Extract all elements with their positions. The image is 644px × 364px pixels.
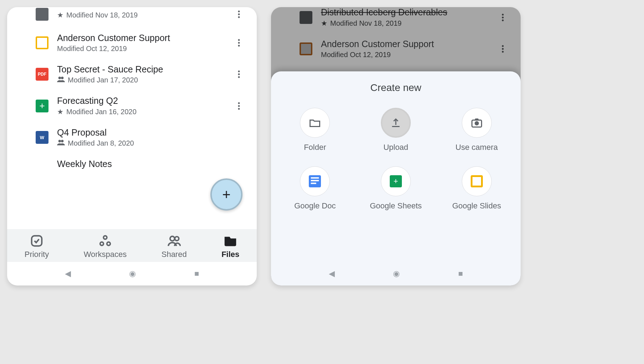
file-title: Q4 Proposal <box>57 127 246 138</box>
svg-point-9 <box>238 74 240 75</box>
svg-point-13 <box>238 108 240 110</box>
create-slides-button[interactable]: Google Slides <box>440 166 513 211</box>
svg-rect-30 <box>311 177 319 179</box>
phone-right: Distributed Iceberg Deliverables ★Modifi… <box>271 7 521 285</box>
sheets-icon: + <box>36 100 48 112</box>
system-nav: ◀ ◉ ■ <box>7 262 257 285</box>
svg-point-4 <box>238 42 240 44</box>
svg-point-21 <box>175 237 179 241</box>
svg-rect-32 <box>311 183 316 184</box>
recent-icon[interactable]: ■ <box>458 269 463 278</box>
file-row[interactable]: Anderson Customer Support Modified Oct 1… <box>7 27 257 59</box>
create-upload-button[interactable]: Upload <box>359 108 433 152</box>
more-options-button[interactable] <box>232 99 246 113</box>
file-meta: Modified Jan 17, 2020 <box>57 76 232 84</box>
svg-point-18 <box>100 242 104 246</box>
nav-priority[interactable]: Priority <box>25 234 49 259</box>
more-options-button[interactable] <box>232 7 246 21</box>
svg-rect-31 <box>311 180 319 181</box>
file-row[interactable]: Weekly Notes <box>7 153 257 169</box>
file-title: Top Secret - Sauce Recipe <box>57 64 232 75</box>
file-row[interactable]: + Forecasting Q2 ★Modified Jan 16, 2020 <box>7 90 257 122</box>
nav-files[interactable]: Files <box>221 234 239 259</box>
svg-point-15 <box>61 140 63 142</box>
system-nav: ◀ ◉ ■ <box>271 262 521 285</box>
recent-icon[interactable]: ■ <box>194 269 199 278</box>
shared-icon <box>57 139 65 147</box>
file-meta: Modified Oct 12, 2019 <box>57 45 232 53</box>
create-sheets-button[interactable]: + Google Sheets <box>359 166 433 211</box>
more-options-button[interactable] <box>232 36 246 50</box>
file-title: Weekly Notes <box>57 159 246 169</box>
star-icon: ★ <box>57 107 63 116</box>
file-title: Anderson Customer Support <box>57 33 232 43</box>
create-grid: Folder Upload Use camera Google Doc + Go… <box>278 108 513 211</box>
bottom-nav: Priority Workspaces Shared Files <box>7 229 257 262</box>
svg-point-11 <box>238 102 240 104</box>
create-new-sheet: Create new Folder Upload Use camera Goog… <box>271 71 521 285</box>
word-icon: W <box>36 131 48 144</box>
svg-point-7 <box>61 77 63 79</box>
svg-point-17 <box>103 236 107 239</box>
svg-point-14 <box>58 140 61 142</box>
pdf-icon: PDF <box>36 68 48 81</box>
nav-workspaces[interactable]: Workspaces <box>84 234 127 259</box>
create-camera-button[interactable]: Use camera <box>440 108 513 152</box>
file-row[interactable]: ★Modified Nov 18, 2019 <box>7 7 257 27</box>
svg-point-19 <box>107 242 111 246</box>
create-folder-button[interactable]: Folder <box>278 108 352 152</box>
file-meta: Modified Jan 8, 2020 <box>57 139 246 147</box>
svg-point-12 <box>238 105 240 107</box>
svg-point-8 <box>238 71 240 72</box>
svg-point-2 <box>238 16 240 18</box>
star-icon: ★ <box>57 11 63 19</box>
more-options-button[interactable] <box>232 67 246 81</box>
create-fab-button[interactable]: + <box>210 178 242 211</box>
phone-left: ★Modified Nov 18, 2019 Anderson Customer… <box>7 7 257 285</box>
back-icon[interactable]: ◀ <box>65 269 71 278</box>
file-meta: ★Modified Nov 18, 2019 <box>57 11 232 19</box>
folder-icon <box>36 8 48 21</box>
svg-point-6 <box>58 77 61 79</box>
file-row[interactable]: W Q4 Proposal Modified Jan 8, 2020 <box>7 122 257 153</box>
svg-point-29 <box>475 122 478 125</box>
back-icon[interactable]: ◀ <box>329 269 335 278</box>
file-title: Forecasting Q2 <box>57 96 232 106</box>
home-icon[interactable]: ◉ <box>393 269 400 278</box>
home-icon[interactable]: ◉ <box>129 269 136 278</box>
svg-point-5 <box>238 45 240 47</box>
svg-point-20 <box>170 236 175 241</box>
file-row[interactable]: PDF Top Secret - Sauce Recipe Modified J… <box>7 59 257 90</box>
svg-point-0 <box>238 11 240 12</box>
shared-icon <box>57 76 65 84</box>
svg-point-10 <box>238 76 240 78</box>
file-meta: ★Modified Jan 16, 2020 <box>57 107 232 116</box>
slides-icon <box>36 36 48 49</box>
create-doc-button[interactable]: Google Doc <box>278 166 352 211</box>
svg-point-1 <box>238 14 240 15</box>
svg-point-3 <box>238 39 240 41</box>
nav-shared[interactable]: Shared <box>162 234 187 259</box>
sheet-title: Create new <box>278 82 513 93</box>
